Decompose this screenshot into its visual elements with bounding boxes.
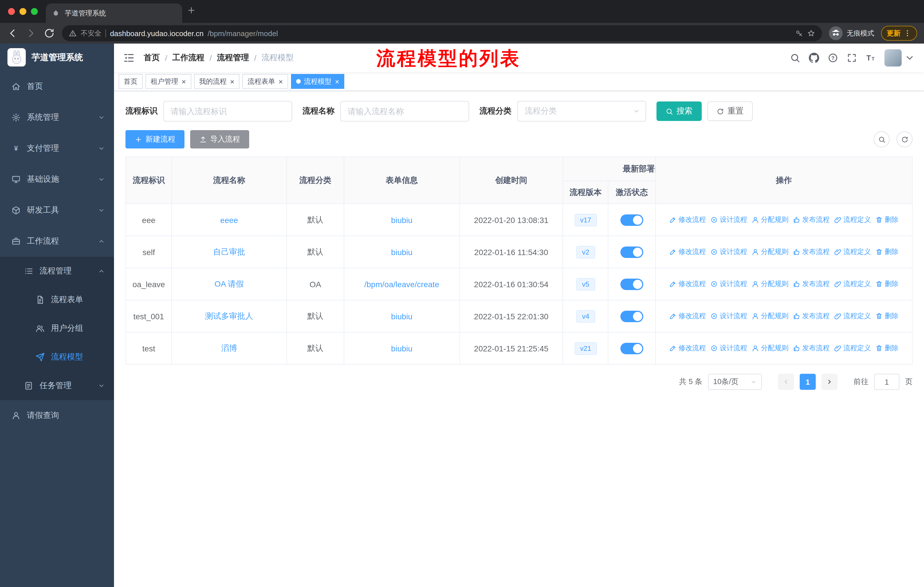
category-select[interactable]: 流程分类 xyxy=(517,101,646,122)
tab-home[interactable]: 首页 xyxy=(119,74,143,89)
minimize-window-button[interactable] xyxy=(20,8,26,15)
browser-update-button[interactable]: 更新 xyxy=(881,26,917,41)
star-icon[interactable] xyxy=(807,29,815,37)
action-assign-rule-link[interactable]: 分配规则 xyxy=(752,311,789,321)
avatar[interactable] xyxy=(884,49,902,66)
search-button[interactable]: 搜索 xyxy=(657,101,702,121)
form-info-link[interactable]: biubiu xyxy=(391,215,412,225)
question-icon[interactable]: ? xyxy=(828,53,838,63)
form-info-link[interactable]: /bpm/oa/leave/create xyxy=(364,279,439,289)
action-assign-rule-link[interactable]: 分配规则 xyxy=(752,247,789,256)
sidebar-item-leave-query[interactable]: 请假查询 xyxy=(0,400,114,431)
search-icon[interactable] xyxy=(790,53,800,63)
sidebar-item-devtools[interactable]: 研发工具 xyxy=(0,195,114,226)
action-delete-link[interactable]: 删除 xyxy=(876,343,899,353)
action-design-link[interactable]: 设计流程 xyxy=(711,343,747,353)
sidebar-item-task-mgmt[interactable]: 任务管理 xyxy=(0,372,114,400)
action-design-link[interactable]: 设计流程 xyxy=(711,311,747,321)
process-name-input[interactable] xyxy=(340,101,469,122)
tab-tenant-mgmt[interactable]: 租户管理× xyxy=(145,74,191,89)
action-modify-link[interactable]: 修改流程 xyxy=(669,247,706,256)
sidebar-item-process-form[interactable]: 流程表单 xyxy=(0,286,114,314)
close-icon[interactable]: × xyxy=(335,78,340,85)
forward-icon[interactable] xyxy=(25,28,37,39)
tab-process-model[interactable]: 流程模型× xyxy=(291,74,345,89)
action-design-link[interactable]: 设计流程 xyxy=(711,279,747,289)
action-publish-link[interactable]: 发布流程 xyxy=(793,215,830,225)
sidebar-item-user-group[interactable]: 用户分组 xyxy=(0,314,114,343)
activation-toggle[interactable] xyxy=(620,246,643,258)
reload-icon[interactable] xyxy=(43,28,55,39)
process-name-link[interactable]: 测试多审批人 xyxy=(205,311,253,320)
action-modify-link[interactable]: 修改流程 xyxy=(669,311,706,321)
form-info-link[interactable]: biubiu xyxy=(391,344,412,353)
action-definition-link[interactable]: 流程定义 xyxy=(834,279,871,289)
browser-tab[interactable]: 芋道管理系统 xyxy=(46,3,182,23)
form-info-link[interactable]: biubiu xyxy=(391,247,412,256)
action-delete-link[interactable]: 删除 xyxy=(876,279,899,289)
reset-button[interactable]: 重置 xyxy=(708,101,753,121)
action-publish-link[interactable]: 发布流程 xyxy=(793,343,830,353)
close-icon[interactable]: × xyxy=(182,78,186,85)
zoom-window-button[interactable] xyxy=(31,8,38,15)
breadcrumb-item[interactable]: 流程管理 xyxy=(217,53,249,63)
sidebar-item-process-model[interactable]: 流程模型 xyxy=(0,343,114,372)
action-definition-link[interactable]: 流程定义 xyxy=(834,311,871,321)
next-page-button[interactable] xyxy=(822,374,838,390)
action-delete-link[interactable]: 删除 xyxy=(876,247,899,256)
back-icon[interactable] xyxy=(7,28,18,39)
activation-toggle[interactable] xyxy=(620,342,643,354)
goto-page-input[interactable] xyxy=(874,374,899,390)
form-info-link[interactable]: biubiu xyxy=(391,312,412,321)
action-definition-link[interactable]: 流程定义 xyxy=(834,247,871,256)
action-modify-link[interactable]: 修改流程 xyxy=(669,215,706,225)
sidebar-collapse-icon[interactable] xyxy=(123,52,135,64)
key-icon[interactable] xyxy=(795,29,803,37)
action-publish-link[interactable]: 发布流程 xyxy=(793,311,830,321)
tab-close-icon[interactable] xyxy=(168,9,177,17)
refresh-table-button[interactable] xyxy=(896,131,912,147)
prev-page-button[interactable] xyxy=(778,374,794,390)
action-design-link[interactable]: 设计流程 xyxy=(711,215,747,225)
sidebar-item-system[interactable]: 系统管理 xyxy=(0,102,114,133)
close-icon[interactable]: × xyxy=(230,78,234,85)
page-size-select[interactable]: 10条/页 xyxy=(708,374,762,390)
sidebar-item-home[interactable]: 首页 xyxy=(0,71,114,102)
sidebar-item-infrastructure[interactable]: 基础设施 xyxy=(0,164,114,195)
action-delete-link[interactable]: 删除 xyxy=(876,215,899,225)
close-icon[interactable]: × xyxy=(279,78,283,85)
import-process-button[interactable]: 导入流程 xyxy=(190,130,249,149)
close-window-button[interactable] xyxy=(8,8,15,15)
new-tab-button[interactable] xyxy=(187,6,201,21)
process-key-input[interactable] xyxy=(163,101,292,122)
github-icon[interactable] xyxy=(809,53,819,63)
process-name-link[interactable]: eeee xyxy=(220,215,238,225)
process-name-link[interactable]: OA 请假 xyxy=(214,279,244,288)
action-assign-rule-link[interactable]: 分配规则 xyxy=(752,343,789,353)
fontsize-icon[interactable]: TT xyxy=(866,53,876,63)
action-modify-link[interactable]: 修改流程 xyxy=(669,279,706,289)
activation-toggle[interactable] xyxy=(620,311,643,322)
action-delete-link[interactable]: 删除 xyxy=(876,311,899,321)
toggle-search-button[interactable] xyxy=(874,131,889,147)
user-menu[interactable] xyxy=(884,49,915,66)
action-assign-rule-link[interactable]: 分配规则 xyxy=(752,215,789,225)
dots-vertical-icon[interactable] xyxy=(903,29,911,37)
process-name-link[interactable]: 自己审批 xyxy=(213,247,245,256)
action-definition-link[interactable]: 流程定义 xyxy=(834,343,871,353)
action-modify-link[interactable]: 修改流程 xyxy=(669,343,706,353)
tab-process-form[interactable]: 流程表单× xyxy=(242,74,288,89)
url-bar[interactable]: 不安全 dashboard.yudao.iocoder.cn /bpm/mana… xyxy=(62,25,822,41)
page-1-button[interactable]: 1 xyxy=(800,374,816,390)
sidebar-item-process-mgmt[interactable]: 流程管理 xyxy=(0,257,114,286)
breadcrumb-item[interactable]: 首页 xyxy=(144,53,160,63)
sidebar-item-workflow[interactable]: 工作流程 xyxy=(0,226,114,257)
activation-toggle[interactable] xyxy=(620,214,643,226)
sidebar-item-payment[interactable]: ¥支付管理 xyxy=(0,133,114,164)
breadcrumb-item[interactable]: 工作流程 xyxy=(172,53,205,63)
process-name-link[interactable]: 滔博 xyxy=(221,343,237,352)
action-design-link[interactable]: 设计流程 xyxy=(711,247,747,256)
action-publish-link[interactable]: 发布流程 xyxy=(793,247,830,256)
action-definition-link[interactable]: 流程定义 xyxy=(834,215,871,225)
tab-my-process[interactable]: 我的流程× xyxy=(194,74,239,89)
